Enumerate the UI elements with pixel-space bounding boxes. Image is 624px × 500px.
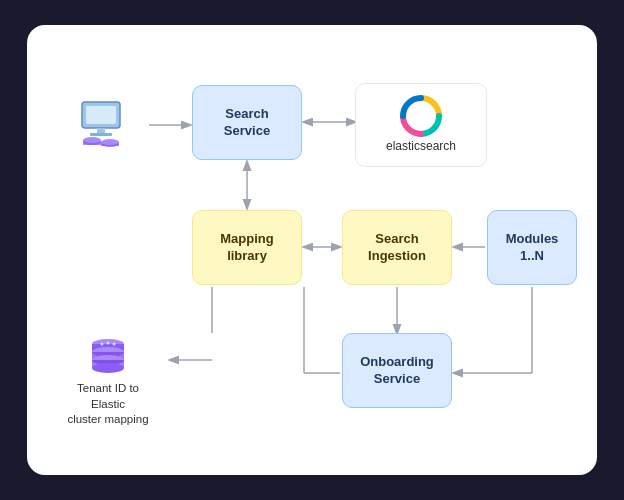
search-service-label: Search Service — [224, 106, 270, 140]
elasticsearch-label: elasticsearch — [386, 139, 456, 155]
search-service-node: Search Service — [192, 85, 302, 160]
svg-point-18 — [83, 137, 101, 143]
mapping-library-label: Mapping library — [220, 231, 273, 265]
svg-rect-14 — [97, 128, 105, 133]
tenant-id-node: Tenant ID toElasticcluster mapping — [49, 327, 167, 437]
onboarding-service-node: Onboarding Service — [342, 333, 452, 408]
client-node — [57, 85, 147, 165]
svg-point-31 — [107, 342, 110, 345]
onboarding-label: Onboarding Service — [360, 354, 434, 388]
elasticsearch-node: elasticsearch — [355, 83, 487, 167]
modules-node: Modules 1..N — [487, 210, 577, 285]
tenant-id-label: Tenant ID toElasticcluster mapping — [67, 381, 148, 428]
mapping-library-node: Mapping library — [192, 210, 302, 285]
modules-label: Modules 1..N — [506, 231, 559, 265]
database-icon — [84, 336, 132, 378]
diagram-container: Search Service elasticsearch Mapping lib… — [27, 25, 597, 475]
svg-rect-15 — [90, 133, 112, 136]
svg-point-29 — [92, 363, 124, 373]
svg-point-32 — [113, 343, 116, 346]
client-icon — [72, 100, 132, 150]
svg-rect-13 — [86, 106, 116, 124]
elasticsearch-logo — [400, 95, 442, 137]
search-ingestion-label: Search Ingestion — [368, 231, 426, 265]
svg-point-30 — [101, 343, 104, 346]
search-ingestion-node: Search Ingestion — [342, 210, 452, 285]
svg-point-21 — [101, 139, 119, 145]
